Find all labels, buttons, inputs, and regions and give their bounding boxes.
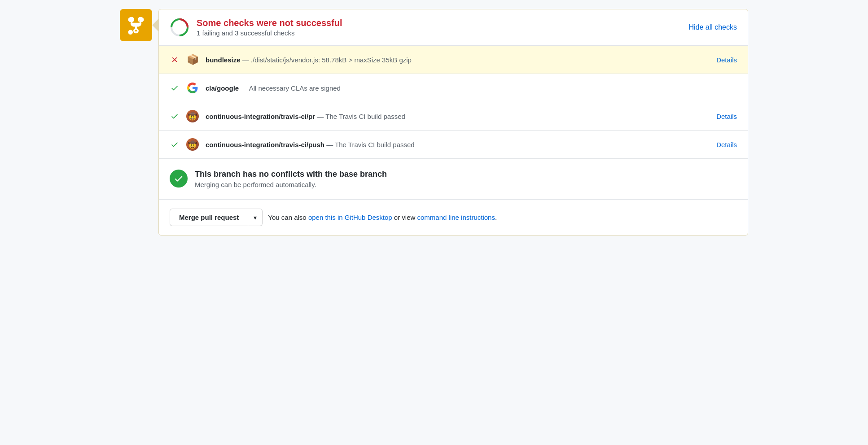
arrow-connector [152, 19, 158, 31]
check-label-travis-push: continuous-integration/travis-ci/push — … [206, 141, 710, 148]
open-in-desktop-link[interactable]: open this in GitHub Desktop [308, 214, 392, 221]
check-label-bundlesize: bundlesize — ./dist/static/js/vendor.js:… [206, 56, 710, 64]
travis-icon: 🤠 [186, 138, 199, 151]
merge-section: Merge pull request ▾ You can also open t… [159, 200, 748, 235]
no-conflict-subtitle: Merging can be performed automatically. [195, 181, 387, 188]
check-status-travis-pr [170, 112, 180, 120]
details-link-bundlesize[interactable]: Details [716, 56, 737, 64]
merge-svg-icon [127, 16, 145, 35]
command-line-link[interactable]: command line instructions [417, 214, 495, 221]
checks-status-title: Some checks were not successful [197, 18, 342, 28]
merge-info-after: . [495, 214, 497, 221]
service-icon-bundlesize: 📦 [186, 53, 199, 66]
no-conflict-section: This branch has no conflicts with the ba… [159, 159, 748, 200]
check-icon [171, 84, 179, 92]
details-link-travis-pr[interactable]: Details [716, 113, 737, 120]
merge-info-text: You can also open this in GitHub Desktop… [268, 214, 497, 221]
checks-card: Some checks were not successful 1 failin… [158, 9, 748, 236]
check-row-travis-pr: 🤠continuous-integration/travis-ci/pr — T… [159, 102, 748, 131]
status-circle-icon [170, 17, 189, 37]
merge-pull-request-button[interactable]: Merge pull request [170, 209, 248, 226]
check-status-cla-google [170, 84, 180, 92]
merge-info-before: You can also [268, 214, 308, 221]
merge-button-group: Merge pull request ▾ [170, 209, 263, 226]
service-icon-cla-google [186, 81, 199, 95]
no-conflict-icon [170, 170, 188, 188]
check-label-cla-google: cla/google — All necessary CLAs are sign… [206, 84, 737, 92]
header-text: Some checks were not successful 1 failin… [197, 18, 342, 37]
service-icon-travis-push: 🤠 [186, 138, 199, 151]
check-icon [171, 112, 179, 120]
dropdown-arrow-icon: ▾ [254, 214, 257, 221]
checks-status-subtitle: 1 failing and 3 successful checks [197, 29, 342, 37]
x-icon [171, 56, 179, 64]
check-icon [171, 140, 179, 148]
check-status-bundlesize [170, 56, 180, 64]
merge-dropdown-button[interactable]: ▾ [248, 209, 263, 226]
no-conflict-title: This branch has no conflicts with the ba… [195, 170, 387, 179]
check-status-travis-push [170, 140, 180, 148]
check-row-travis-push: 🤠continuous-integration/travis-ci/push —… [159, 131, 748, 159]
details-link-travis-push[interactable]: Details [716, 141, 737, 148]
header-left: Some checks were not successful 1 failin… [170, 17, 342, 37]
hide-all-checks-link[interactable]: Hide all checks [688, 23, 737, 31]
merge-info-middle: or view [392, 214, 417, 221]
no-conflict-text: This branch has no conflicts with the ba… [195, 170, 387, 188]
checks-list: 📦bundlesize — ./dist/static/js/vendor.js… [159, 46, 748, 159]
service-icon-travis-pr: 🤠 [186, 109, 199, 123]
google-icon [187, 82, 198, 94]
travis-icon: 🤠 [186, 110, 199, 122]
check-label-travis-pr: continuous-integration/travis-ci/pr — Th… [206, 113, 710, 120]
check-row-cla-google: cla/google — All necessary CLAs are sign… [159, 74, 748, 102]
card-header: Some checks were not successful 1 failin… [159, 9, 748, 46]
checkmark-icon [174, 174, 184, 183]
check-row-bundlesize: 📦bundlesize — ./dist/static/js/vendor.js… [159, 46, 748, 74]
merge-icon-box [120, 9, 152, 41]
